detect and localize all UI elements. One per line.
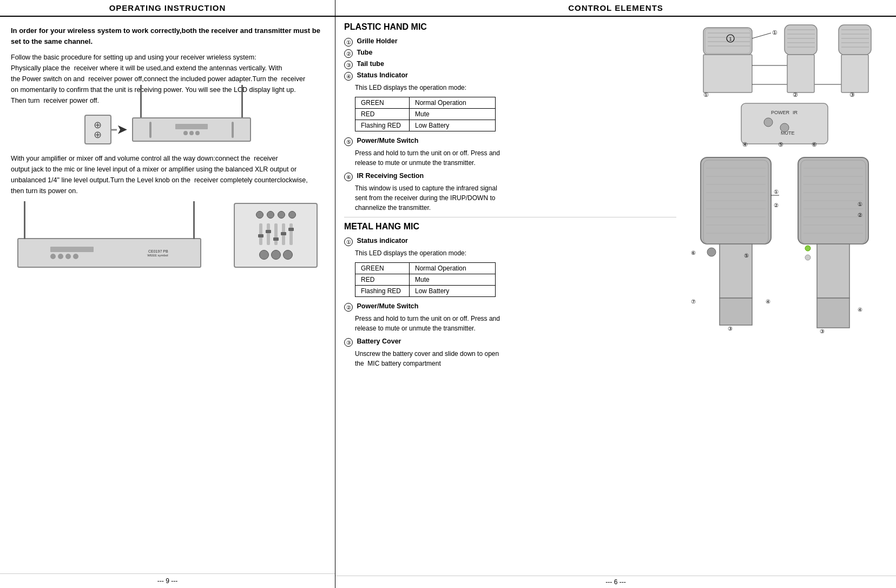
- led-row-green: GREEN Normal Operation: [355, 97, 496, 109]
- mk-2: [271, 250, 281, 260]
- label-battery-cover: Battery Cover: [355, 338, 401, 345]
- item-power-mute-metal: ② Power/Mute Switch: [344, 302, 676, 312]
- num-3-plastic: ③: [344, 61, 353, 69]
- metal-led-color-green: GREEN: [355, 263, 410, 274]
- num-3-metal: ③: [344, 338, 353, 347]
- led-color-green: GREEN: [355, 97, 410, 109]
- num-6-plastic: ⑥: [344, 173, 353, 181]
- svg-point-37: [780, 123, 789, 132]
- para1-text: Follow the basic procedure for setting u…: [11, 52, 324, 106]
- status-indicator-desc: This LED displays the operation mode:: [355, 83, 676, 93]
- metal-led-status-red: Mute: [410, 274, 496, 286]
- antenna-right: [241, 85, 243, 117]
- svg-point-77: [805, 255, 811, 260]
- left-header: OPERATING INSTRUCTION: [0, 0, 335, 17]
- right-layout: PLASTIC HAND MIC ① Grille Holder ② Tube …: [335, 17, 896, 573]
- mixer-faders: [259, 223, 293, 245]
- led-status-green: Normal Operation: [410, 97, 496, 109]
- knob-1: [256, 211, 263, 219]
- svg-text:⑥: ⑥: [812, 141, 817, 148]
- power-adapter-diagram: ⊕⊕: [84, 115, 111, 144]
- metal-led-color-red: RED: [355, 274, 410, 286]
- plastic-mic-title: PLASTIC HAND MIC: [344, 22, 676, 32]
- label-grille: Grille Holder: [355, 37, 398, 45]
- num-2-metal: ②: [344, 303, 353, 312]
- led-color-flashing: Flashing RED: [355, 120, 410, 131]
- arrow-right-icon: ➤: [117, 123, 127, 137]
- svg-text:④: ④: [858, 307, 862, 313]
- rv-large-text: CE0197 PBWEEE symbol: [147, 249, 168, 257]
- svg-line-9: [752, 33, 771, 38]
- label-tail-tube: Tail tube: [355, 60, 384, 68]
- rv-detail-1: [149, 122, 151, 138]
- receiver-box-1: ⊕⊕ ➤: [84, 115, 251, 144]
- item-tail-tube: ③ Tail tube: [344, 60, 676, 69]
- item-status-metal: ① Status indicator: [344, 237, 676, 246]
- svg-rect-15: [785, 25, 817, 55]
- left-page-number: --- 9 ---: [0, 573, 335, 588]
- antenna-left: [140, 85, 142, 117]
- led-color-red: RED: [355, 109, 410, 120]
- rv-detail-2: [232, 122, 234, 138]
- item-status-indicator: ④ Status Indicator: [344, 71, 676, 81]
- knob-3: [278, 211, 285, 219]
- fader-5: [289, 223, 293, 245]
- status-metal-desc: This LED displays the operation mode:: [355, 248, 676, 258]
- label-status-metal: Status indicator: [355, 237, 408, 245]
- mk-3: [283, 250, 293, 260]
- knob-2: [267, 211, 274, 219]
- metal-led-row-red: RED Mute: [355, 274, 496, 286]
- svg-text:③: ③: [820, 328, 825, 334]
- label-power-mute: Power/Mute Switch: [355, 137, 418, 144]
- right-image-section: 1 ① ② ③: [682, 22, 887, 568]
- svg-text:①: ①: [772, 29, 778, 36]
- fader-4: [282, 223, 285, 245]
- battery-cover-desc: Unscrew the battery cover and slide down…: [355, 349, 676, 368]
- svg-point-76: [805, 246, 811, 251]
- rv-large-label: [50, 247, 94, 259]
- led-status-flashing: Low Battery: [410, 120, 496, 131]
- mixer-knobs: [256, 211, 296, 219]
- svg-text:IR: IR: [793, 110, 798, 115]
- svg-point-54: [707, 248, 716, 256]
- item-grille: ① Grille Holder: [344, 37, 676, 47]
- svg-rect-6: [703, 55, 752, 93]
- ant-r: [193, 201, 195, 239]
- led-status-red: Mute: [410, 109, 496, 120]
- svg-text:⑤: ⑤: [778, 141, 783, 148]
- item-power-mute: ⑤ Power/Mute Switch: [344, 137, 676, 146]
- receiver-large-wrap: CE0197 PBWEEE symbol: [17, 238, 218, 268]
- metal-led-status-flashing: Low Battery: [410, 286, 496, 297]
- metal-mic-title: METAL HANG MIC: [344, 222, 676, 232]
- diagram-1: ⊕⊕ ➤: [11, 115, 324, 144]
- plastic-led-table: GREEN Normal Operation RED Mute Flashing…: [355, 97, 496, 131]
- svg-text:①: ①: [703, 91, 709, 98]
- num-1-plastic: ①: [344, 38, 353, 47]
- svg-rect-74: [817, 244, 849, 298]
- fader-3: [274, 223, 278, 245]
- metal-led-row-flashing: Flashing RED Low Battery: [355, 286, 496, 297]
- metal-mic-left-diagram: ① ② ⑥ ⑤ ⑦ ③ ④: [690, 152, 782, 336]
- fader-2: [267, 223, 270, 245]
- ant-l: [24, 201, 25, 239]
- fader-handle-1: [258, 234, 263, 237]
- svg-text:⑥: ⑥: [691, 250, 696, 256]
- svg-text:①: ①: [774, 189, 779, 195]
- svg-text:⑤: ⑤: [744, 253, 749, 259]
- plastic-mic-top-diagram: 1 ① ② ③: [687, 22, 882, 98]
- led-row-red: RED Mute: [355, 109, 496, 120]
- knob-4: [288, 211, 296, 219]
- metal-led-row-green: GREEN Normal Operation: [355, 263, 496, 274]
- svg-rect-21: [787, 55, 814, 93]
- metal-mic-right-diagram: ① ② ③ ④: [787, 152, 879, 336]
- svg-text:④: ④: [766, 299, 770, 305]
- power-mute-desc: Press and hold to turn the unit on or of…: [355, 148, 676, 168]
- svg-rect-75: [817, 298, 849, 328]
- svg-rect-52: [720, 244, 752, 298]
- svg-text:②: ②: [793, 91, 798, 98]
- svg-text:POWER: POWER: [771, 110, 790, 115]
- adapter-dots: ⊕⊕: [94, 120, 102, 140]
- led-row-flashing: Flashing RED Low Battery: [355, 120, 496, 131]
- power-mute-metal-desc: Press and hold to turn the unit on or of…: [355, 314, 676, 333]
- svg-text:④: ④: [742, 141, 748, 148]
